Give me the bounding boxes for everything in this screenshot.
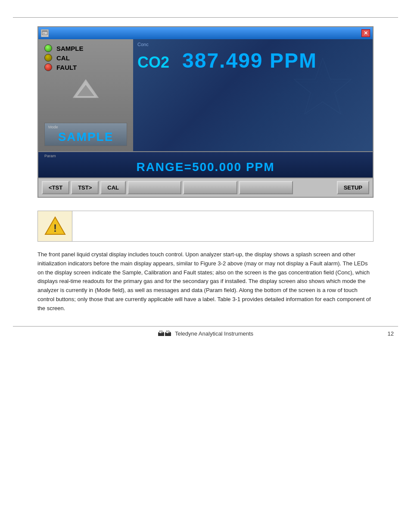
body-text: The front panel liquid crystal display i… [37,250,374,313]
cal-button[interactable]: CAL [100,181,126,194]
close-button[interactable]: ✕ [361,29,370,37]
window-main-area: SAMPLE CAL FAULT [38,39,373,151]
btn4[interactable] [128,181,181,194]
fault-led-row: FAULT [44,63,127,71]
param-row: Param RANGE=500.000 PPM [38,151,373,177]
left-panel: SAMPLE CAL FAULT [38,39,133,151]
warning-box: ! [37,211,374,242]
svg-rect-2 [43,33,45,34]
svg-marker-7 [296,62,353,115]
button-row: <TST TST> CAL SETUP [38,177,373,197]
instrument-window: ✕ SAMPLE CAL FAULT [37,26,374,198]
right-display: Conc CO2 387.499 PPM [133,39,373,151]
cal-led-row: CAL [44,54,127,62]
setup-button[interactable]: SETUP [337,181,369,194]
warning-icon: ! [44,215,66,237]
warning-icon-cell: ! [38,211,72,241]
star-decoration [286,52,364,127]
arrow-icon [71,77,101,101]
footer-logo: 🏔🏔 [158,330,171,338]
sample-led [44,44,52,52]
mode-box: Mode SAMPLE [44,123,127,146]
svg-text:!: ! [53,222,57,234]
arrow-icon-area [44,77,127,101]
cal-label: CAL [56,54,70,62]
tst-back-button[interactable]: <TST [42,181,69,194]
footer: 🏔🏔 Teledyne Analytical Instruments 12 [0,327,411,341]
conc-field-label: Conc [133,39,373,47]
warning-content [72,211,373,241]
btn5[interactable] [183,181,237,194]
tst-fwd-button[interactable]: TST> [71,181,99,194]
sample-led-row: SAMPLE [44,44,127,52]
param-field-label: Param [44,154,367,158]
footer-page-number: 12 [388,330,394,337]
mode-field-label: Mode [48,125,123,129]
titlebar-icon [41,29,49,37]
svg-rect-1 [42,31,47,32]
param-value: RANGE=500.000 PPM [44,159,367,176]
sample-label: SAMPLE [56,45,84,52]
window-titlebar: ✕ [38,27,373,39]
gas-name: CO2 [137,53,169,72]
top-rule [13,17,398,18]
footer-company: Teledyne Analytical Instruments [175,330,253,337]
fault-led [44,63,52,71]
btn6[interactable] [239,181,293,194]
cal-led [44,54,52,62]
fault-label: FAULT [56,64,77,71]
mode-value: SAMPLE [48,130,123,144]
